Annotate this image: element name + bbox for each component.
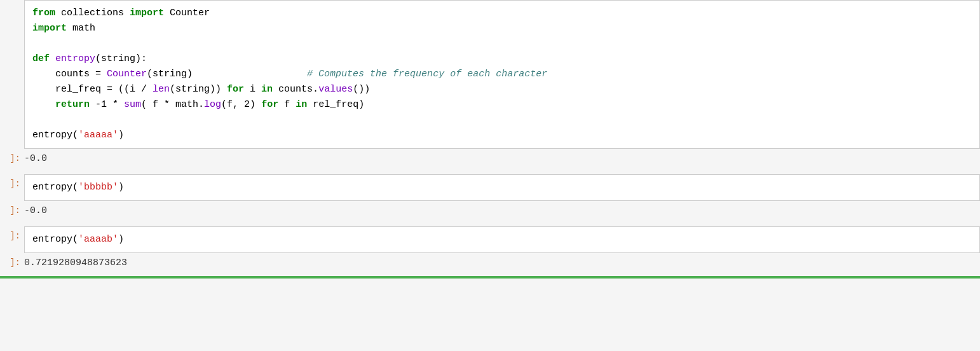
code-definition: from collections import Counter import m… — [32, 6, 972, 143]
cell-input-label-2: ]: — [0, 174, 24, 201]
cell-input-label-3: ]: — [0, 226, 24, 253]
cell-code-box-aaaab[interactable]: entropy('aaaab') — [24, 226, 980, 253]
cell-definition: from collections import Counter import m… — [0, 0, 980, 169]
cell-input-bbbbb: ]: entropy('bbbbb') — [0, 174, 980, 201]
cell-code-box-bbbbb[interactable]: entropy('bbbbb') — [24, 174, 980, 201]
bottom-bar — [0, 276, 980, 279]
output-label-2: ]: — [0, 202, 24, 217]
code-aaaab: entropy('aaaab') — [32, 232, 972, 247]
cell-input-label-1 — [0, 0, 24, 149]
output-value-3: 0.7219280948873623 — [24, 254, 127, 272]
cell-input-aaaab: ]: entropy('aaaab') — [0, 226, 980, 253]
cell-bbbbb: ]: entropy('bbbbb') ]: -0.0 — [0, 174, 980, 221]
cell-output-2: ]: -0.0 — [0, 201, 980, 221]
cell-output-1: ]: -0.0 — [0, 149, 980, 169]
cell-input-definition: from collections import Counter import m… — [0, 0, 980, 149]
output-value-1: -0.0 — [24, 150, 47, 168]
cell-aaaab: ]: entropy('aaaab') ]: 0.721928094887362… — [0, 226, 980, 273]
cell-output-3: ]: 0.7219280948873623 — [0, 253, 980, 273]
output-label-3: ]: — [0, 254, 24, 270]
cell-code-box-definition[interactable]: from collections import Counter import m… — [24, 0, 980, 149]
output-label-1: ]: — [0, 150, 24, 165]
output-value-2: -0.0 — [24, 202, 47, 220]
code-bbbbb: entropy('bbbbb') — [32, 180, 972, 195]
notebook: from collections import Counter import m… — [0, 0, 980, 351]
